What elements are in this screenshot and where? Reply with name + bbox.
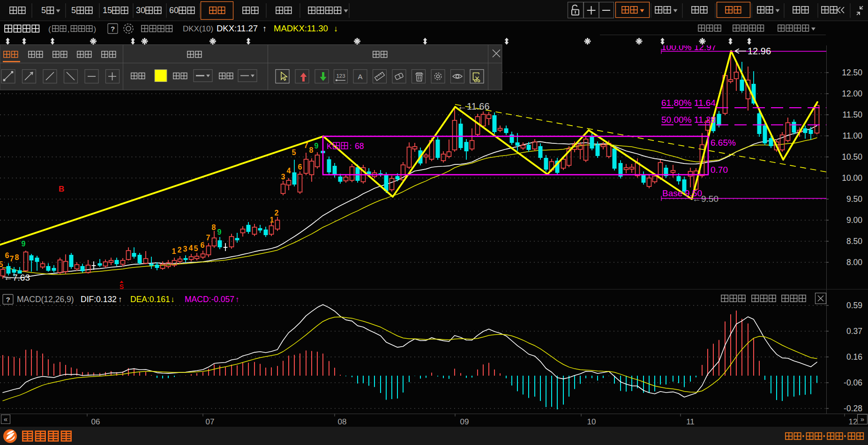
svg-text:A: A bbox=[358, 73, 362, 81]
svg-text:): ) bbox=[94, 25, 97, 34]
svg-text:5: 5 bbox=[0, 260, 3, 268]
svg-text:↓: ↓ bbox=[334, 24, 338, 33]
svg-text:12: 12 bbox=[849, 417, 858, 426]
svg-text:DIF:0.132: DIF:0.132 bbox=[81, 295, 117, 304]
svg-text:9.00: 9.00 bbox=[846, 215, 862, 225]
svg-text:2: 2 bbox=[178, 246, 182, 254]
svg-text:12.96: 12.96 bbox=[748, 46, 771, 56]
svg-text::: : bbox=[350, 142, 352, 151]
svg-text:7: 7 bbox=[10, 255, 14, 263]
svg-text:DKX(10): DKX(10) bbox=[183, 24, 213, 33]
svg-text:12.00: 12.00 bbox=[842, 89, 862, 98]
svg-text:5: 5 bbox=[194, 245, 198, 252]
svg-text:30: 30 bbox=[136, 6, 145, 15]
svg-text:9.50: 9.50 bbox=[846, 194, 862, 204]
svg-text:06: 06 bbox=[91, 417, 100, 426]
svg-text:9: 9 bbox=[314, 142, 319, 150]
svg-text:3: 3 bbox=[281, 173, 285, 181]
svg-text:10.50: 10.50 bbox=[842, 152, 862, 162]
svg-text:8: 8 bbox=[309, 146, 314, 154]
svg-text:68: 68 bbox=[355, 141, 364, 151]
svg-text:4: 4 bbox=[287, 167, 291, 175]
svg-text:61.80% 11.64: 61.80% 11.64 bbox=[661, 98, 716, 108]
svg-text:10.00: 10.00 bbox=[842, 173, 862, 183]
svg-text:←11.66: ←11.66 bbox=[457, 101, 490, 111]
svg-text:123: 123 bbox=[336, 73, 345, 79]
svg-text:↑: ↑ bbox=[118, 295, 122, 304]
svg-text:?: ? bbox=[111, 25, 115, 33]
svg-text:7: 7 bbox=[206, 234, 210, 242]
svg-text:8.00: 8.00 bbox=[846, 258, 862, 267]
svg-text:9: 9 bbox=[217, 228, 222, 236]
svg-text:11.50: 11.50 bbox=[843, 110, 863, 119]
svg-text:4: 4 bbox=[189, 244, 193, 252]
svg-text:5: 5 bbox=[41, 6, 46, 15]
svg-text:-0.28: -0.28 bbox=[844, 404, 862, 413]
svg-text:MACD(12,26,9): MACD(12,26,9) bbox=[17, 295, 74, 304]
svg-text:11: 11 bbox=[686, 417, 695, 426]
svg-text:5: 5 bbox=[292, 148, 296, 156]
svg-text:15: 15 bbox=[103, 6, 112, 15]
svg-text:DKX:11.27: DKX:11.27 bbox=[217, 23, 258, 33]
svg-text:↓: ↓ bbox=[171, 295, 175, 304]
svg-text:1: 1 bbox=[270, 216, 274, 224]
svg-text:10: 10 bbox=[587, 417, 596, 426]
svg-text:11.00: 11.00 bbox=[843, 131, 863, 141]
svg-text:5: 5 bbox=[71, 6, 76, 15]
svg-text:Base: Base bbox=[662, 188, 682, 198]
svg-text:8: 8 bbox=[15, 253, 19, 261]
svg-text:«: « bbox=[4, 415, 7, 423]
svg-text:B: B bbox=[59, 185, 64, 193]
svg-text:←9.50: ←9.50 bbox=[692, 194, 718, 204]
svg-text:-0.06: -0.06 bbox=[844, 378, 862, 387]
svg-text:6: 6 bbox=[201, 241, 205, 249]
svg-text:←7.63: ←7.63 bbox=[4, 273, 30, 282]
svg-text:0.37: 0.37 bbox=[846, 326, 862, 336]
svg-text:MADKX:11.30: MADKX:11.30 bbox=[274, 23, 328, 33]
svg-text:0.70: 0.70 bbox=[711, 165, 728, 175]
svg-text:6: 6 bbox=[298, 163, 302, 171]
svg-text:6: 6 bbox=[5, 252, 9, 260]
svg-text:S: S bbox=[120, 283, 124, 290]
svg-text:12.50: 12.50 bbox=[842, 68, 862, 77]
svg-text:9: 9 bbox=[22, 240, 26, 248]
svg-text:8.50: 8.50 bbox=[846, 237, 862, 246]
svg-text:↑: ↑ bbox=[235, 295, 239, 304]
svg-text:8: 8 bbox=[212, 223, 216, 231]
svg-text:↑: ↑ bbox=[262, 24, 267, 33]
svg-text:60: 60 bbox=[169, 6, 179, 15]
svg-text:3: 3 bbox=[183, 245, 187, 253]
svg-text:07: 07 bbox=[206, 417, 215, 426]
svg-text:09: 09 bbox=[460, 417, 469, 426]
svg-text:0.16: 0.16 bbox=[846, 352, 862, 362]
svg-text:?: ? bbox=[6, 296, 10, 304]
svg-text:,: , bbox=[67, 25, 70, 34]
svg-text:K: K bbox=[327, 142, 332, 151]
svg-text:2: 2 bbox=[275, 209, 279, 217]
svg-text:MACD:-0.057: MACD:-0.057 bbox=[185, 295, 234, 304]
svg-text:(: ( bbox=[48, 25, 51, 34]
svg-text:6.65%: 6.65% bbox=[711, 138, 736, 148]
svg-text:1: 1 bbox=[172, 247, 176, 255]
svg-text:08: 08 bbox=[338, 417, 347, 426]
svg-text:DEA:0.161: DEA:0.161 bbox=[130, 295, 170, 304]
svg-text:»: » bbox=[861, 415, 864, 423]
svg-text:0.59: 0.59 bbox=[846, 301, 862, 310]
svg-text:50.00% 11.28: 50.00% 11.28 bbox=[661, 115, 716, 125]
